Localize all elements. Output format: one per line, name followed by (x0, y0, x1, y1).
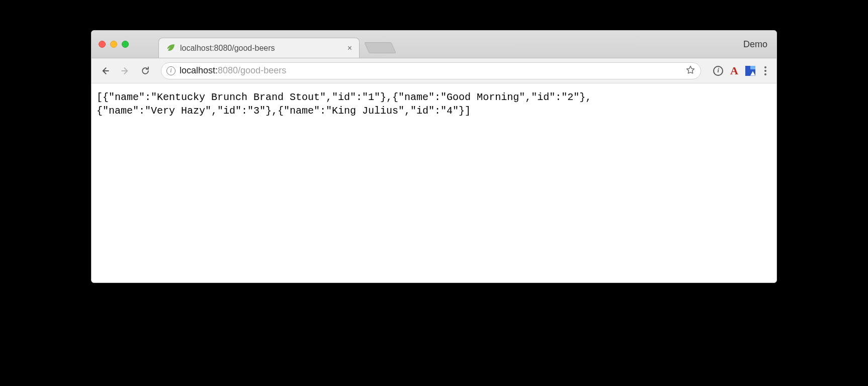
window-close-button[interactable] (99, 41, 106, 48)
back-button[interactable] (97, 62, 114, 79)
close-tab-button[interactable]: × (348, 44, 352, 52)
page-viewport: [{"name":"Kentucky Brunch Brand Stout","… (92, 83, 776, 282)
extension-info-icon[interactable]: i (713, 66, 723, 76)
browser-window: localhost:8080/good-beers × Demo i local… (91, 30, 777, 283)
arrow-right-icon (120, 66, 130, 76)
toolbar-right: i A (708, 64, 771, 77)
browser-menu-button[interactable] (762, 66, 768, 75)
arrow-left-icon (100, 66, 110, 76)
extension-a-icon[interactable]: A (730, 64, 738, 77)
tab-title: localhost:8080/good-beers (180, 44, 275, 53)
window-zoom-button[interactable] (122, 41, 129, 48)
url-path: 8080/good-beers (218, 65, 286, 75)
forward-button[interactable] (117, 62, 134, 79)
extension-lighthouse-icon[interactable] (745, 66, 755, 76)
address-bar[interactable]: i localhost:8080/good-beers (161, 62, 701, 79)
url-host: localhost: (180, 65, 218, 75)
toolbar: i localhost:8080/good-beers i A (92, 58, 776, 83)
browser-tab[interactable]: localhost:8080/good-beers × (158, 38, 360, 58)
spring-leaf-icon (166, 44, 175, 53)
site-info-icon[interactable]: i (166, 66, 176, 75)
window-controls (99, 41, 129, 48)
bookmark-star-icon[interactable] (685, 65, 696, 77)
url-text: localhost:8080/good-beers (180, 65, 286, 76)
tab-strip: localhost:8080/good-beers × Demo (92, 31, 776, 58)
demo-label: Demo (743, 39, 767, 50)
reload-button[interactable] (137, 62, 154, 79)
window-minimize-button[interactable] (110, 41, 117, 48)
reload-icon (140, 66, 150, 76)
response-body: [{"name":"Kentucky Brunch Brand Stout","… (97, 90, 771, 118)
new-tab-button[interactable] (364, 42, 396, 53)
